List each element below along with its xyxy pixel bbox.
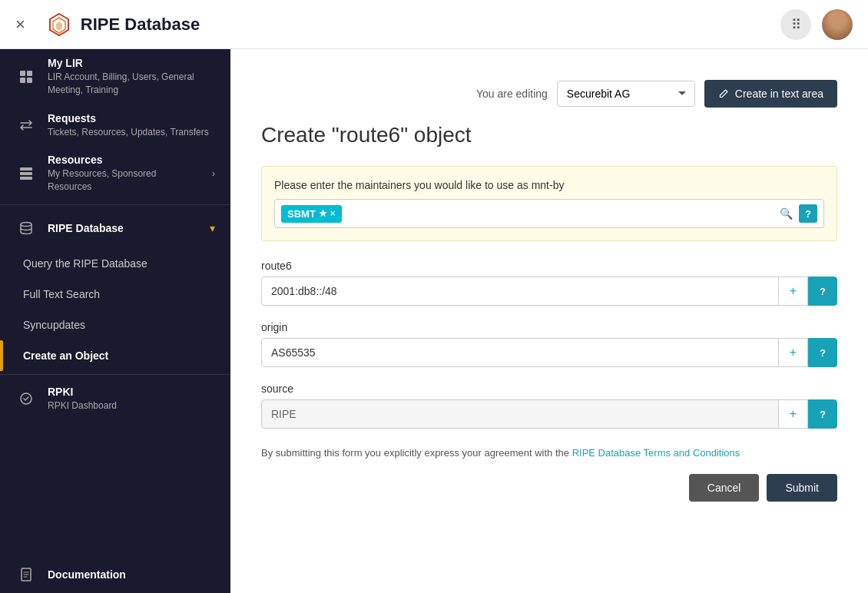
- svg-rect-6: [27, 78, 32, 83]
- mnt-help-button[interactable]: ?: [799, 204, 817, 223]
- my-lir-title: My LIR: [48, 57, 215, 69]
- sidebar: My LIR LIR Account, Billing, Users, Gene…: [0, 49, 230, 593]
- layout: My LIR LIR Account, Billing, Users, Gene…: [0, 49, 868, 593]
- route6-field-section: route6 + ?: [261, 260, 837, 306]
- resources-content: Resources My Resources, Sponsored Resour…: [48, 154, 201, 194]
- main-content: You are editing Securebit AG Create in t…: [230, 49, 868, 593]
- rpki-title: RPKI: [48, 386, 215, 398]
- mnt-tag: SBMT ★ ×: [281, 205, 342, 223]
- dashboard-icon: [15, 66, 37, 88]
- route6-input[interactable]: [261, 277, 779, 306]
- resources-arrow-icon: ›: [212, 168, 215, 179]
- sidebar-divider-1: [0, 204, 230, 205]
- svg-rect-9: [20, 177, 32, 180]
- create-in-text-area-button[interactable]: Create in text area: [704, 80, 837, 108]
- cancel-button[interactable]: Cancel: [689, 474, 760, 502]
- logo-icon: [45, 11, 73, 38]
- sidebar-spacer: [0, 420, 230, 556]
- route6-help-button[interactable]: ?: [808, 277, 837, 306]
- close-button[interactable]: ×: [15, 15, 25, 35]
- source-input: [261, 399, 779, 429]
- ripe-database-title: RIPE Database: [48, 222, 124, 234]
- requests-subtitle: Tickets, Resources, Updates, Transfers: [48, 126, 215, 139]
- mnt-input-row: SBMT ★ × 🔍 ?: [274, 199, 824, 228]
- svg-rect-7: [20, 172, 32, 175]
- my-lir-content: My LIR LIR Account, Billing, Users, Gene…: [48, 57, 215, 97]
- sidebar-item-resources[interactable]: Resources My Resources, Sponsored Resour…: [0, 146, 230, 201]
- origin-label: origin: [261, 321, 837, 333]
- source-field-section: source + ?: [261, 383, 837, 429]
- source-field-row: + ?: [261, 399, 837, 429]
- documentation-content: Documentation: [48, 568, 215, 581]
- active-indicator: [0, 340, 3, 371]
- origin-field-row: + ?: [261, 338, 837, 367]
- svg-rect-5: [20, 78, 25, 83]
- route6-field-row: + ?: [261, 277, 837, 306]
- logo: RIPE Database: [45, 11, 200, 38]
- origin-help-button[interactable]: ?: [808, 338, 837, 367]
- page-title: Create "route6" object: [261, 123, 837, 147]
- resources-icon: [15, 163, 37, 184]
- svg-rect-8: [20, 167, 32, 171]
- rpki-subtitle: RPKI Dashboard: [48, 399, 215, 412]
- mnt-label: Please enter the maintainers you would l…: [274, 179, 824, 191]
- maintainer-box: Please enter the maintainers you would l…: [261, 166, 837, 241]
- origin-input[interactable]: [261, 338, 779, 367]
- chevron-down-icon: ▾: [210, 222, 215, 234]
- submit-button[interactable]: Submit: [767, 474, 837, 502]
- avatar[interactable]: [822, 9, 853, 40]
- form-actions: Cancel Submit: [261, 474, 837, 502]
- rpki-icon: [15, 388, 37, 409]
- doc-icon: [15, 564, 37, 585]
- mnt-tag-star-icon: ★: [319, 208, 327, 219]
- source-label: source: [261, 383, 837, 395]
- sidebar-item-create-object[interactable]: Create an Object: [0, 340, 230, 371]
- sidebar-item-my-lir[interactable]: My LIR LIR Account, Billing, Users, Gene…: [0, 49, 230, 104]
- editing-select[interactable]: Securebit AG: [557, 81, 695, 107]
- requests-title: Requests: [48, 112, 215, 124]
- sidebar-item-rpki[interactable]: RPKI RPKI Dashboard: [0, 378, 230, 420]
- my-lir-subtitle: LIR Account, Billing, Users, General Mee…: [48, 71, 215, 97]
- sidebar-item-query[interactable]: Query the RIPE Database: [0, 248, 230, 279]
- source-help-button[interactable]: ?: [808, 399, 837, 429]
- header-left: × RIPE Database: [15, 11, 200, 38]
- sidebar-item-requests[interactable]: Requests Tickets, Resources, Updates, Tr…: [0, 104, 230, 147]
- sidebar-item-syncupdates[interactable]: Syncupdates: [0, 310, 230, 340]
- documentation-title: Documentation: [48, 568, 215, 581]
- mnt-tag-text: SBMT: [287, 208, 316, 220]
- route6-label: route6: [261, 260, 837, 272]
- resources-subtitle: My Resources, Sponsored Resources: [48, 167, 201, 194]
- origin-field-section: origin + ?: [261, 321, 837, 367]
- source-add-button[interactable]: +: [779, 399, 808, 429]
- rpki-content: RPKI RPKI Dashboard: [48, 386, 215, 412]
- sidebar-item-documentation[interactable]: Documentation: [0, 556, 230, 593]
- origin-add-button[interactable]: +: [779, 338, 808, 367]
- requests-content: Requests Tickets, Resources, Updates, Tr…: [48, 112, 215, 139]
- sidebar-item-fulltext[interactable]: Full Text Search: [0, 279, 230, 310]
- header-right: ⠿: [780, 9, 853, 40]
- arrows-icon: [15, 114, 37, 136]
- svg-marker-2: [56, 22, 62, 31]
- mnt-search-icon[interactable]: 🔍: [780, 207, 793, 220]
- database-icon: [15, 217, 37, 239]
- sidebar-ripe-database-section[interactable]: RIPE Database ▾: [0, 208, 230, 248]
- terms-text: By submitting this form you explicitly e…: [261, 447, 837, 459]
- route6-add-button[interactable]: +: [779, 277, 808, 306]
- sidebar-divider-2: [0, 374, 230, 375]
- svg-rect-4: [27, 71, 32, 76]
- svg-rect-3: [20, 71, 25, 76]
- grid-button[interactable]: ⠿: [780, 9, 811, 40]
- header-title: RIPE Database: [81, 15, 200, 35]
- editing-bar: You are editing Securebit AG Create in t…: [261, 80, 837, 108]
- editing-label: You are editing: [476, 88, 548, 100]
- edit-icon: [718, 88, 729, 99]
- ripe-db-header: RIPE Database: [15, 217, 124, 239]
- svg-point-10: [21, 222, 31, 226]
- mnt-tag-close-button[interactable]: ×: [330, 208, 336, 219]
- header: × RIPE Database ⠿: [0, 0, 868, 49]
- terms-link[interactable]: RIPE Database Terms and Conditions: [572, 447, 740, 459]
- resources-title: Resources: [48, 154, 201, 166]
